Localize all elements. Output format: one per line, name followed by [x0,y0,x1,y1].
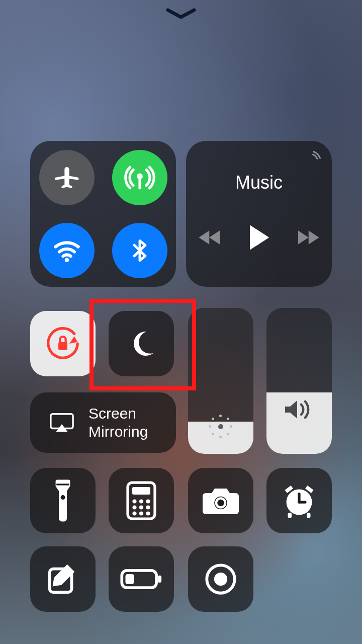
camera-icon [201,486,240,516]
svg-rect-6 [56,484,69,485]
airplane-mode-toggle[interactable] [39,150,95,205]
svg-point-16 [139,511,143,515]
volume-slider[interactable] [266,308,332,454]
connectivity-panel[interactable] [30,141,176,287]
svg-point-10 [139,499,143,503]
svg-rect-28 [125,574,134,584]
svg-rect-24 [307,513,311,518]
dismiss-handle[interactable] [165,7,197,21]
moon-icon [125,328,157,360]
speaker-icon [266,397,332,422]
calculator-button[interactable] [109,468,174,533]
wifi-toggle[interactable] [39,223,95,278]
bluetooth-icon [127,237,153,264]
svg-rect-3 [58,342,67,350]
svg-rect-23 [288,513,292,518]
flashlight-icon [51,479,75,522]
svg-point-11 [146,499,150,503]
wifi-icon [52,235,82,266]
rotation-lock-icon [43,324,82,363]
record-icon [203,561,238,597]
airplay-audio-icon [304,151,321,168]
svg-point-5 [61,495,65,500]
svg-point-9 [132,499,136,503]
do-not-disturb-toggle[interactable] [109,311,174,376]
cellular-data-toggle[interactable] [112,150,167,205]
svg-point-2 [64,258,69,262]
screen-record-button[interactable] [188,546,253,612]
media-controls [186,224,332,251]
notes-button[interactable] [30,546,96,612]
screen-mirroring-label: Screen Mirroring [88,405,148,441]
sun-icon [188,415,253,439]
control-center: Music [0,0,362,644]
antenna-icon [124,162,155,193]
screen-mirror-icon [49,412,74,433]
rewind-icon [197,227,223,248]
compose-icon [45,561,80,597]
flashlight-button[interactable] [30,468,96,533]
camera-button[interactable] [188,468,253,533]
forward-icon [295,227,321,248]
calculator-icon [126,481,157,520]
svg-point-30 [214,573,227,586]
svg-point-13 [139,505,143,509]
svg-rect-1 [138,178,141,189]
svg-point-14 [146,505,150,509]
media-next-button[interactable] [295,227,321,248]
control-center-background: Music [0,0,362,644]
svg-point-12 [132,505,136,509]
bluetooth-toggle[interactable] [112,223,167,278]
svg-point-15 [132,511,136,515]
media-panel[interactable]: Music [186,141,332,287]
media-previous-button[interactable] [197,227,223,248]
media-title: Music [186,172,332,193]
play-icon [246,224,272,251]
chevron-down-icon [165,7,197,21]
battery-icon [120,568,163,590]
low-power-mode-button[interactable] [109,546,174,612]
svg-rect-8 [132,487,150,495]
brightness-slider[interactable] [188,308,253,454]
alarm-button[interactable] [266,468,332,533]
airplane-icon [53,164,81,192]
svg-rect-27 [158,576,161,583]
screen-mirroring-button[interactable]: Screen Mirroring [30,392,176,453]
media-play-button[interactable] [246,224,272,251]
rotation-lock-toggle[interactable] [30,311,96,376]
alarm-icon [280,482,318,519]
svg-point-17 [146,511,150,515]
